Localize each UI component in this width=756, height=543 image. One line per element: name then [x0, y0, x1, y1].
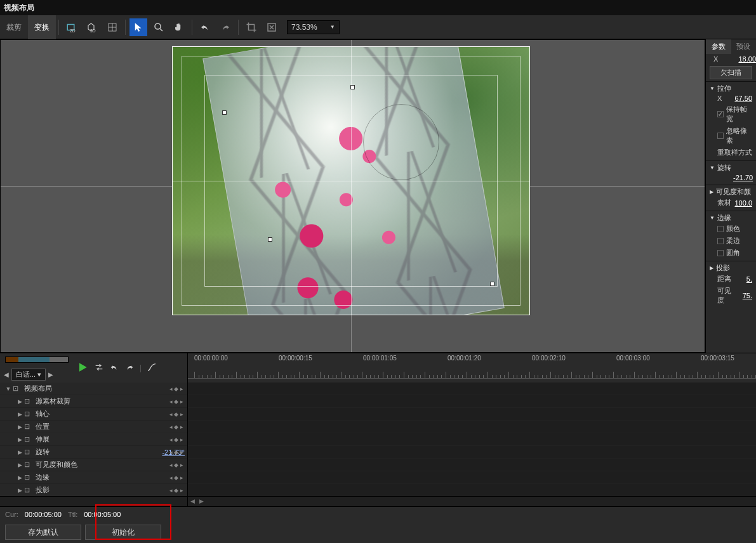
timeline-status: Cur: 00:00:05:00 Ttl: 00:00:05:00 [0, 506, 756, 521]
transform-handle[interactable] [490, 282, 494, 286]
undo-button[interactable] [196, 18, 214, 36]
expand-arrow-icon[interactable]: ▶ [15, 424, 24, 430]
edge-soft-checkbox[interactable]: 柔边 [710, 235, 752, 247]
svg-text:2D: 2D [70, 28, 76, 32]
track-row[interactable]: ▶⊡投影◂ ◆ ▸ [0, 484, 187, 496]
timeline-scrollbar[interactable]: ◀ ▶ [188, 497, 756, 506]
transform-handle[interactable] [268, 237, 272, 242]
mode-dropdown[interactable]: 白话... ▾ [11, 369, 46, 381]
keyframe-nav[interactable]: ◂ ◆ ▸ [169, 474, 183, 481]
track-icon: ⊡ [24, 422, 34, 431]
edge-color-checkbox[interactable]: 颜色 [710, 223, 752, 235]
track-icon: ⊡ [24, 486, 34, 494]
timeline-ruler[interactable]: 00:00:00:0000:00:00:1500:00:01:0500:00:0… [188, 353, 756, 383]
tab-crop[interactable]: 裁剪 [0, 15, 28, 39]
group-rotation[interactable]: ▼旋转 [710, 163, 752, 173]
crop-region-button[interactable] [242, 18, 260, 36]
group-visibility[interactable]: ▶可见度和颜 [710, 187, 752, 197]
track-row[interactable]: ▶⊡源素材裁剪◂ ◆ ▸ [0, 395, 187, 408]
window-titlebar: 视频布局 [0, 0, 756, 15]
hand-tool-button[interactable] [170, 18, 188, 36]
color-chips[interactable] [5, 357, 69, 363]
expand-arrow-icon[interactable]: ▶ [15, 411, 24, 417]
expand-arrow-icon[interactable]: ▼ [4, 386, 13, 392]
track-row[interactable]: ▶⊡可见度和颜色◂ ◆ ▸ [0, 459, 187, 471]
track-area[interactable] [188, 383, 756, 496]
material-value[interactable]: 100.0 [733, 199, 752, 207]
shadow-dist-value[interactable]: 5. [733, 275, 752, 283]
select-tool-button[interactable] [129, 18, 147, 36]
stretch-x-value[interactable]: 67.50 [733, 95, 752, 102]
keyframe-nav[interactable]: ◂ ◆ ▸ [169, 424, 183, 430]
group-shadow[interactable]: ▶投影 [710, 263, 752, 273]
ruler-label: 00:00:00:00 [194, 355, 228, 362]
ruler-label: 00:00:03:00 [616, 355, 650, 362]
keyframe-nav[interactable]: ◂ ◆ ▸ [169, 386, 183, 392]
curve-button[interactable] [147, 362, 157, 374]
keyframe-nav[interactable]: ◂ ◆ ▸ [169, 411, 183, 417]
rotation-gizmo[interactable] [363, 104, 439, 180]
group-stretch[interactable]: ▼拉伸 [710, 84, 752, 93]
track-list: ▼⊡视频布局◂ ◆ ▸▶⊡源素材裁剪◂ ◆ ▸▶⊡轴心◂ ◆ ▸▶⊡位置◂ ◆ … [0, 383, 188, 496]
track-icon: ⊡ [24, 461, 34, 469]
track-name: 视频布局 [23, 384, 187, 393]
zoom-tool-button[interactable] [150, 18, 168, 36]
loop-button[interactable] [94, 362, 104, 374]
grid-button[interactable] [103, 18, 121, 36]
track-row[interactable]: ▶⊡位置◂ ◆ ▸ [0, 421, 187, 433]
ignore-pixel-checkbox[interactable]: 忽略像素 [710, 125, 752, 147]
undo-tl-button[interactable] [109, 362, 119, 374]
keyframe-nav[interactable]: ◂ ◆ ▸ [169, 462, 183, 468]
track-row[interactable]: ▶⊡伸展◂ ◆ ▸ [0, 433, 187, 446]
expand-arrow-icon[interactable]: ▶ [15, 487, 24, 494]
tab-params[interactable]: 参数 [706, 39, 731, 54]
svg-line-7 [160, 29, 162, 31]
keyframe-nav[interactable]: ◂ ◆ ▸ [169, 487, 183, 494]
delete-region-button[interactable] [263, 18, 281, 36]
save-default-button[interactable]: 存为默认 [5, 525, 81, 540]
x-value-0[interactable]: 18.00 [737, 55, 756, 63]
play-button[interactable] [76, 361, 89, 376]
next-mode-button[interactable]: ▶ [48, 371, 53, 378]
track-icon: ⊡ [13, 384, 23, 393]
keyframe-nav[interactable]: ◂ ◆ ▸ [169, 449, 183, 455]
initialize-button[interactable]: 初始化 [85, 525, 161, 540]
expand-arrow-icon[interactable]: ▶ [15, 436, 24, 443]
track-name: 伸展 [34, 435, 187, 444]
tab-presets[interactable]: 预设 [731, 39, 757, 54]
main-toolbar: 裁剪 变换 2D 3D 73.53% ▼ [0, 15, 756, 39]
track-name: 投影 [34, 485, 187, 495]
canvas[interactable] [172, 46, 530, 315]
expand-arrow-icon[interactable]: ▶ [15, 449, 24, 455]
rotation-value[interactable]: -21.70 [733, 174, 752, 181]
expand-arrow-icon[interactable]: ▶ [15, 398, 24, 405]
track-name: 边缘 [34, 473, 187, 482]
overscan-button[interactable]: 欠扫描 [710, 66, 752, 79]
expand-arrow-icon[interactable]: ▶ [15, 474, 24, 481]
track-row[interactable]: ▼⊡视频布局◂ ◆ ▸ [0, 383, 187, 395]
keyframe-nav[interactable]: ◂ ◆ ▸ [169, 398, 183, 405]
track-name: 源素材裁剪 [34, 396, 187, 406]
track-row[interactable]: ▶⊡旋转-21.73°◂ ◆ ▸ [0, 446, 187, 459]
zoom-dropdown[interactable]: 73.53% ▼ [287, 20, 340, 34]
keep-aspect-checkbox[interactable]: ✓保持帧宽 [710, 103, 752, 125]
expand-arrow-icon[interactable]: ▶ [15, 462, 24, 468]
mode-2d-button[interactable]: 2D [63, 18, 81, 36]
edge-round-checkbox[interactable]: 圆角 [710, 247, 752, 259]
track-row[interactable]: ▶⊡轴心◂ ◆ ▸ [0, 408, 187, 421]
track-row[interactable]: ▶⊡边缘◂ ◆ ▸ [0, 471, 187, 484]
redo-button[interactable] [216, 18, 234, 36]
group-edge[interactable]: ▼边缘 [710, 213, 752, 223]
transform-handle[interactable] [222, 110, 227, 115]
transform-handle[interactable] [350, 85, 355, 89]
preview-viewport[interactable] [0, 39, 705, 353]
shadow-vis-value[interactable]: 75. [733, 292, 752, 299]
total-timecode[interactable]: 00:00:05:00 [84, 511, 121, 518]
mode-3d-button[interactable]: 3D [83, 18, 101, 36]
current-timecode[interactable]: 00:00:05:00 [25, 511, 62, 518]
keyframe-nav[interactable]: ◂ ◆ ▸ [169, 436, 183, 443]
redo-tl-button[interactable] [124, 362, 135, 374]
timeline-controls: | ◀ 白话... ▾ ▶ [0, 353, 188, 383]
tab-transform[interactable]: 变换 [28, 15, 56, 39]
prev-mode-button[interactable]: ◀ [4, 371, 9, 378]
